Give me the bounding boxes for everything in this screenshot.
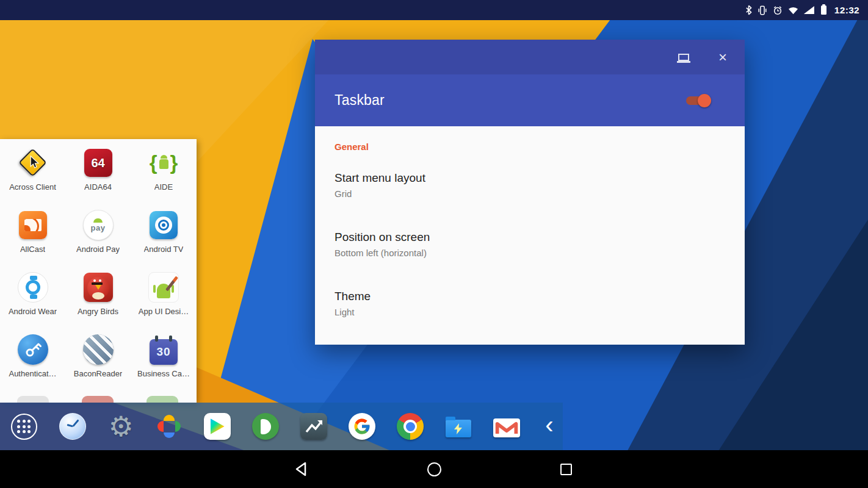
app-aide[interactable]: { } AIDE — [131, 143, 197, 205]
bluetooth-icon — [745, 5, 752, 15]
android-screen: 12:32 × Taskbar General Start menu layou… — [0, 0, 868, 488]
files-app-button[interactable] — [445, 413, 472, 440]
app-baconreader[interactable]: BaconReader — [65, 329, 131, 392]
maximize-icon — [678, 54, 689, 61]
alarm-icon — [773, 5, 783, 15]
back-icon — [294, 461, 310, 477]
green-d-app-button[interactable] — [252, 413, 279, 440]
maximize-button[interactable] — [676, 50, 691, 65]
app-grid: Across Client 64 AIDA64 { } AIDE — [0, 139, 197, 392]
window-titlebar: Taskbar — [315, 74, 745, 126]
chevron-left-icon: ‹ — [545, 412, 553, 437]
all-apps-button[interactable] — [10, 413, 38, 440]
app-authenticator[interactable]: Authenticat… — [0, 329, 65, 392]
settings-list: General Start menu layout Grid Position … — [315, 126, 745, 345]
app-label: AIDA64 — [84, 182, 112, 192]
wifi-icon — [788, 6, 798, 15]
android-paintbrush-icon — [146, 270, 181, 305]
android-head-icon — [93, 218, 103, 223]
app-label: Android TV — [144, 245, 184, 254]
app-label: AIDE — [154, 182, 173, 192]
app-label: Authenticat… — [9, 369, 56, 378]
app-label: App UI Desi… — [139, 307, 189, 316]
back-button[interactable] — [294, 461, 311, 478]
recents-icon — [560, 464, 572, 475]
app-label: BaconReader — [74, 369, 123, 378]
section-header-general: General — [335, 141, 725, 153]
app-across-client[interactable]: Across Client — [0, 143, 65, 205]
battery-icon — [821, 5, 826, 15]
app-label: Android Pay — [76, 245, 120, 254]
setting-value: Grid — [335, 188, 725, 200]
chrome-button[interactable] — [397, 413, 424, 440]
green-d-icon — [252, 413, 279, 440]
app-label: Business Ca… — [137, 369, 190, 378]
clock-icon — [59, 413, 86, 440]
gmail-button[interactable] — [493, 413, 520, 440]
tv-circle-icon — [146, 207, 181, 243]
photos-pinwheel-icon — [157, 414, 181, 439]
taskbar-collapse-button[interactable]: ‹ — [541, 408, 557, 445]
app-allcast[interactable]: AllCast — [0, 205, 65, 267]
play-store-button[interactable] — [204, 413, 231, 440]
status-bar: 12:32 — [0, 0, 868, 20]
chart-app-button[interactable] — [300, 413, 327, 440]
close-button[interactable]: × — [715, 50, 730, 65]
start-menu: Across Client 64 AIDA64 { } AIDE — [0, 139, 197, 403]
app-label: Angry Birds — [78, 307, 118, 316]
watch-icon — [15, 270, 51, 305]
setting-label: Start menu layout — [335, 170, 725, 186]
app-angry-birds[interactable]: Angry Birds — [65, 267, 131, 329]
app-android-tv[interactable]: Android TV — [131, 205, 197, 267]
taskbar-master-toggle[interactable] — [685, 94, 709, 107]
warning-sign-cursor-icon — [15, 145, 51, 181]
gmail-icon — [493, 418, 520, 437]
recents-button[interactable] — [557, 461, 574, 478]
setting-start-menu-layout[interactable]: Start menu layout Grid — [335, 170, 725, 200]
app-business-calendar[interactable]: 30 Business Ca… — [131, 329, 197, 392]
setting-value: Light — [335, 306, 725, 318]
brace-open: { — [150, 151, 157, 174]
partial-app-icon — [17, 396, 49, 403]
taskbar: ⚙ — [0, 403, 563, 450]
google-g-icon — [349, 413, 375, 440]
partial-app-icon — [146, 396, 178, 403]
home-button[interactable] — [425, 461, 443, 478]
brace-close: } — [170, 151, 178, 174]
pay-badge: pay — [91, 223, 106, 232]
status-time: 12:32 — [834, 5, 859, 16]
key-circle-icon — [15, 332, 51, 367]
setting-label: Theme — [335, 289, 725, 304]
partial-app-icon — [82, 396, 114, 403]
taskbar-settings-window: × Taskbar General Start menu layout Grid… — [315, 40, 745, 345]
pay-circle-icon: pay — [81, 207, 116, 243]
setting-position-on-screen[interactable]: Position on screen Bottom left (horizont… — [335, 229, 725, 259]
vibrate-icon — [758, 5, 767, 15]
app-aida64[interactable]: 64 AIDA64 — [65, 143, 131, 205]
red-bird-icon — [81, 270, 116, 305]
app-android-wear[interactable]: Android Wear — [0, 267, 65, 329]
play-store-icon — [204, 413, 231, 440]
photos-app-button[interactable] — [156, 413, 183, 440]
home-icon — [427, 462, 441, 476]
app-label: Across Client — [9, 182, 56, 192]
setting-theme[interactable]: Theme Light — [335, 289, 725, 318]
app-app-ui-designer[interactable]: App UI Desi… — [131, 267, 197, 329]
setting-value: Bottom left (horizontal) — [335, 247, 725, 259]
braces-android-icon: { } — [146, 145, 181, 181]
app-label: AllCast — [20, 245, 45, 254]
clock-app-button[interactable] — [59, 413, 86, 440]
settings-app-button[interactable]: ⚙ — [107, 413, 134, 440]
close-icon: × — [718, 51, 727, 64]
google-app-button[interactable] — [349, 413, 375, 440]
chart-icon — [300, 413, 327, 440]
toggle-thumb — [698, 94, 711, 107]
cell-signal-icon — [804, 6, 814, 14]
calendar-badge: 30 — [156, 345, 170, 359]
app-android-pay[interactable]: pay Android Pay — [65, 205, 131, 267]
cast-screen-icon — [15, 207, 51, 243]
aida64-badge: 64 — [91, 156, 104, 170]
android-robot-icon — [159, 159, 168, 169]
folder-icon — [446, 420, 471, 437]
window-header: × — [315, 40, 745, 74]
